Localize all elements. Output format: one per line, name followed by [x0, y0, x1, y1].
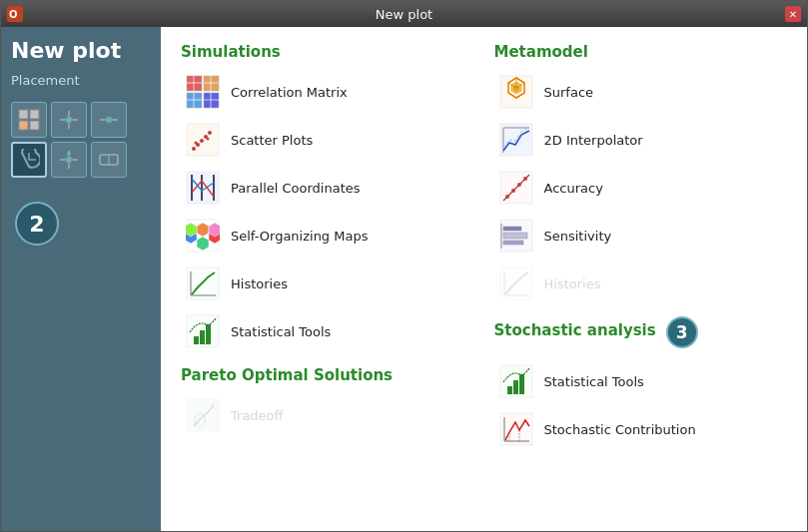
placement-btn-2[interactable]	[51, 102, 87, 138]
main-window: O New plot ✕ New plot Placement	[0, 0, 808, 532]
placement-btn-3[interactable]	[91, 102, 127, 138]
accuracy-item[interactable]: Accuracy	[494, 165, 788, 211]
svg-rect-3	[30, 110, 39, 119]
stochastic-header-row: Stochastic analysis 3	[494, 318, 788, 350]
svg-point-71	[511, 189, 515, 193]
placement-btn-6[interactable]	[91, 142, 127, 178]
tradeoff-item: Tradeoff	[181, 392, 474, 438]
svg-point-36	[195, 142, 198, 145]
self-organizing-maps-item[interactable]: Self-Organizing Maps	[181, 213, 474, 259]
svg-rect-84	[513, 380, 518, 394]
main-content: Simulations	[161, 27, 807, 531]
right-column: Metamodel	[484, 43, 788, 515]
sensitivity-icon	[498, 218, 534, 254]
placement-btn-1[interactable]	[11, 102, 47, 138]
tradeoff-label: Tradeoff	[231, 408, 284, 423]
svg-rect-83	[507, 386, 512, 394]
stat-tools2-label: Statistical Tools	[544, 374, 644, 389]
simulations-title: Simulations	[181, 43, 474, 61]
svg-rect-77	[503, 241, 523, 245]
svg-point-72	[517, 183, 521, 187]
statistical-tools-stochastic-item[interactable]: Statistical Tools	[494, 358, 788, 404]
stochastic-title: Stochastic analysis	[494, 321, 656, 339]
parallel-coordinates-item[interactable]: Parallel Coordinates	[181, 165, 474, 211]
svg-rect-86	[500, 413, 532, 445]
sensitivity-item[interactable]: Sensitivity	[494, 213, 788, 259]
statistical-tools-sim-label: Statistical Tools	[231, 324, 331, 339]
histories-meta-item: Histories	[494, 261, 788, 306]
badge-3: 3	[666, 316, 698, 348]
close-button[interactable]: ✕	[785, 6, 801, 22]
svg-point-73	[523, 177, 527, 181]
interpolator-icon	[498, 122, 534, 158]
left-column: Simulations	[181, 43, 484, 515]
svg-point-33	[200, 139, 204, 143]
svg-text:O: O	[9, 9, 18, 20]
svg-point-14	[66, 157, 72, 163]
svg-point-15	[67, 152, 71, 156]
svg-rect-18	[187, 76, 202, 91]
histories-sim-label: Histories	[231, 276, 288, 291]
svg-rect-5	[30, 121, 39, 130]
svg-point-31	[192, 147, 196, 151]
scatter-plots-icon	[185, 122, 221, 158]
metamodel-title: Metamodel	[494, 43, 788, 61]
svg-point-8	[66, 117, 72, 123]
surface-icon	[498, 74, 534, 110]
self-organizing-maps-icon	[185, 218, 221, 254]
svg-rect-21	[204, 93, 219, 108]
accuracy-icon	[498, 170, 534, 206]
svg-point-10	[106, 117, 112, 123]
badge-2: 2	[15, 202, 59, 246]
svg-rect-76	[503, 227, 521, 231]
scatter-plots-label: Scatter Plots	[231, 133, 313, 148]
svg-rect-53	[194, 336, 199, 344]
placement-btn-4[interactable]	[11, 142, 47, 178]
accuracy-label: Accuracy	[544, 181, 603, 196]
pareto-title: Pareto Optimal Solutions	[181, 366, 474, 384]
correlation-matrix-icon	[185, 74, 221, 110]
interpolator-label: 2D Interpolator	[544, 133, 643, 148]
surface-item[interactable]: Surface	[494, 69, 788, 115]
stochastic-contribution-label: Stochastic Contribution	[544, 422, 696, 437]
svg-point-35	[208, 131, 212, 135]
svg-rect-19	[204, 76, 219, 91]
parallel-coordinates-label: Parallel Coordinates	[231, 181, 361, 196]
window-title: New plot	[376, 7, 432, 22]
histories-sim-icon	[185, 266, 221, 301]
placement-grid	[11, 102, 151, 178]
content-area: New plot Placement	[1, 27, 807, 531]
app-icon: O	[7, 6, 23, 22]
svg-rect-54	[200, 330, 205, 344]
sensitivity-label: Sensitivity	[544, 229, 612, 244]
titlebar: O New plot ✕	[1, 1, 807, 27]
svg-rect-2	[19, 110, 28, 119]
stat-tools2-icon	[498, 363, 534, 399]
svg-rect-20	[187, 93, 202, 108]
sidebar-title: New plot	[11, 39, 151, 63]
placement-label: Placement	[11, 73, 151, 88]
interpolator-item[interactable]: 2D Interpolator	[494, 117, 788, 163]
self-organizing-maps-label: Self-Organizing Maps	[231, 229, 368, 244]
svg-point-70	[505, 195, 509, 199]
statistical-tools-sim-item[interactable]: Statistical Tools	[181, 308, 474, 354]
sidebar: New plot Placement	[1, 27, 161, 531]
histories-meta-label: Histories	[544, 276, 601, 291]
parallel-coordinates-icon	[185, 170, 221, 206]
scatter-plots-item[interactable]: Scatter Plots	[181, 117, 474, 163]
histories-sim-item[interactable]: Histories	[181, 261, 474, 306]
stochastic-contribution-icon	[498, 411, 534, 447]
tradeoff-icon	[185, 397, 221, 433]
correlation-matrix-label: Correlation Matrix	[231, 85, 348, 100]
correlation-matrix-item[interactable]: Correlation Matrix	[181, 69, 474, 115]
svg-rect-55	[206, 324, 211, 344]
placement-btn-5[interactable]	[51, 142, 87, 178]
statistical-tools-sim-icon	[185, 313, 221, 349]
svg-point-37	[207, 138, 210, 141]
svg-rect-4	[19, 121, 28, 130]
surface-label: Surface	[544, 85, 594, 100]
svg-rect-75	[503, 233, 527, 239]
svg-rect-85	[519, 374, 524, 394]
stochastic-contribution-item[interactable]: Stochastic Contribution	[494, 406, 788, 452]
histories-meta-icon	[498, 266, 534, 301]
